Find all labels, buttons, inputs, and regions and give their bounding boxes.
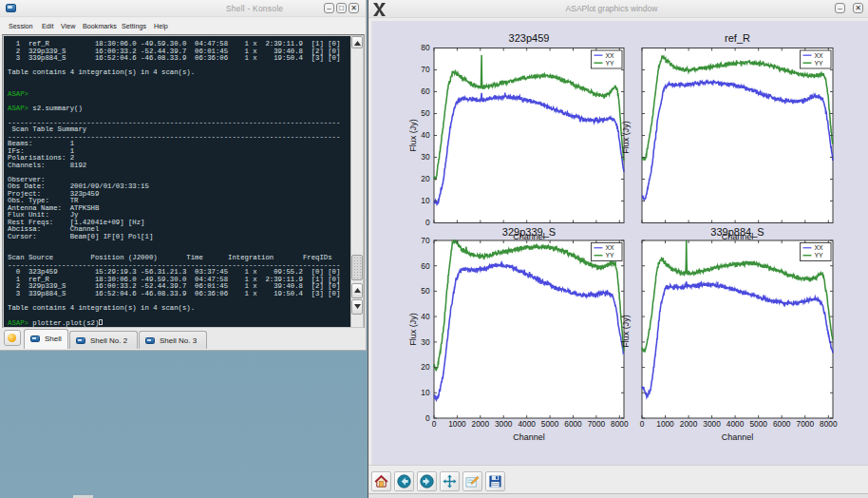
svg-text:1000: 1000 <box>448 419 466 429</box>
svg-text:7000: 7000 <box>588 419 606 429</box>
svg-text:8000: 8000 <box>611 419 629 429</box>
svg-text:339p884_S: 339p884_S <box>710 226 764 238</box>
svg-text:0: 0 <box>432 419 437 429</box>
svg-text:80: 80 <box>421 43 430 52</box>
svg-text:XX: XX <box>815 244 824 251</box>
svg-text:5000: 5000 <box>541 419 559 429</box>
svg-text:Flux (Jy): Flux (Jy) <box>621 315 631 348</box>
svg-text:2000: 2000 <box>472 419 490 429</box>
svg-text:329p339_S: 329p339_S <box>502 226 556 238</box>
svg-text:0: 0 <box>425 413 430 423</box>
svg-text:Flux (Jy): Flux (Jy) <box>408 313 418 346</box>
svg-text:1000: 1000 <box>656 419 674 429</box>
svg-text:3000: 3000 <box>495 419 513 429</box>
svg-text:323p459: 323p459 <box>509 32 550 44</box>
svg-text:60: 60 <box>421 261 430 271</box>
svg-text:Flux (Jy): Flux (Jy) <box>408 119 418 152</box>
svg-text:20: 20 <box>421 174 430 183</box>
svg-text:50: 50 <box>421 108 430 118</box>
svg-text:0: 0 <box>640 419 645 429</box>
svg-text:40: 40 <box>421 312 430 321</box>
svg-text:70: 70 <box>421 236 430 245</box>
svg-text:Flux (Jy): Flux (Jy) <box>621 121 631 154</box>
svg-text:30: 30 <box>421 337 430 347</box>
svg-text:XX: XX <box>606 244 615 251</box>
svg-text:6000: 6000 <box>773 419 791 429</box>
svg-text:XX: XX <box>606 52 615 59</box>
svg-text:4000: 4000 <box>518 419 536 429</box>
svg-text:10: 10 <box>421 196 430 205</box>
svg-text:30: 30 <box>421 152 430 162</box>
svg-text:Channel: Channel <box>722 432 754 442</box>
svg-text:Channel: Channel <box>513 432 545 442</box>
svg-text:8000: 8000 <box>820 419 838 429</box>
svg-text:5000: 5000 <box>749 419 767 429</box>
svg-text:XX: XX <box>815 52 824 59</box>
svg-text:7000: 7000 <box>797 419 815 429</box>
svg-text:YY: YY <box>815 252 824 259</box>
svg-text:YY: YY <box>815 60 824 67</box>
svg-text:50: 50 <box>421 286 430 296</box>
svg-text:40: 40 <box>421 130 430 140</box>
svg-text:2000: 2000 <box>680 419 698 429</box>
svg-text:6000: 6000 <box>564 419 582 429</box>
svg-text:3000: 3000 <box>703 419 721 429</box>
svg-text:4000: 4000 <box>726 419 745 429</box>
svg-text:ref_R: ref_R <box>725 32 750 44</box>
svg-text:0: 0 <box>425 218 430 227</box>
svg-text:10: 10 <box>421 388 430 397</box>
svg-text:20: 20 <box>421 362 430 372</box>
svg-text:70: 70 <box>421 65 430 74</box>
svg-text:YY: YY <box>606 60 615 67</box>
svg-text:60: 60 <box>421 86 430 96</box>
svg-text:YY: YY <box>606 252 615 259</box>
